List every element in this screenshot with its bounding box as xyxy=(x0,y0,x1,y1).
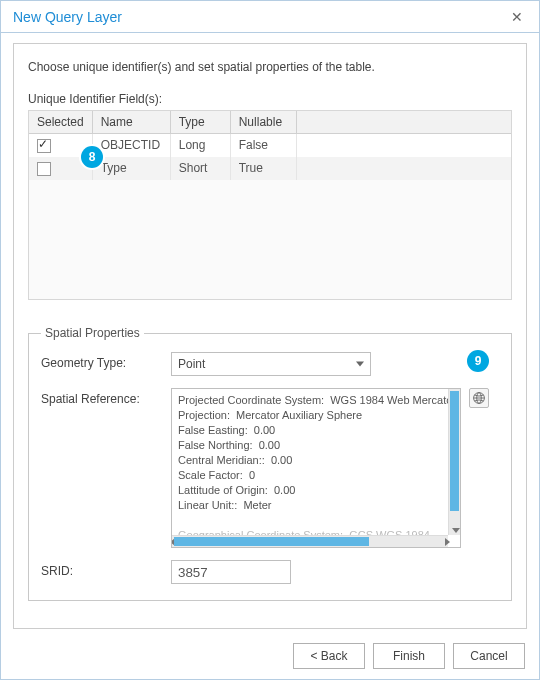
col-nullable[interactable]: Nullable xyxy=(230,111,296,134)
cell-nullable: False xyxy=(230,134,296,157)
callout-8: 8 xyxy=(81,146,103,168)
spatial-reference-text: Projected Coordinate System: WGS 1984 We… xyxy=(178,393,446,533)
cell-name: Type xyxy=(92,157,170,180)
col-name[interactable]: Name xyxy=(92,111,170,134)
back-button[interactable]: < Back xyxy=(293,643,365,669)
uid-table-header: Selected Name Type Nullable xyxy=(29,111,511,134)
titlebar: New Query Layer ✕ xyxy=(1,1,539,33)
srid-input[interactable] xyxy=(171,560,291,584)
vertical-scrollbar[interactable] xyxy=(448,389,460,535)
geometry-type-label: Geometry Type: xyxy=(41,352,171,370)
globe-icon xyxy=(472,391,486,405)
col-spacer xyxy=(296,111,511,134)
browse-spatial-reference-button[interactable] xyxy=(469,388,489,408)
scroll-down-icon xyxy=(452,528,460,533)
scroll-right-icon xyxy=(445,538,450,546)
spatial-properties-group: Spatial Properties Geometry Type: Point … xyxy=(28,326,512,601)
chevron-down-icon xyxy=(356,362,364,367)
close-icon[interactable]: ✕ xyxy=(505,7,529,27)
finish-button[interactable]: Finish xyxy=(373,643,445,669)
callout-9: 9 xyxy=(467,350,489,372)
cell-name: OBJECTID xyxy=(92,134,170,157)
col-type[interactable]: Type xyxy=(170,111,230,134)
dialog-footer: < Back Finish Cancel xyxy=(293,643,525,669)
horizontal-scrollbar[interactable] xyxy=(172,535,448,547)
col-selected[interactable]: Selected xyxy=(29,111,92,134)
uid-table: Selected Name Type Nullable OBJECTID Lon… xyxy=(28,110,512,300)
spatial-ref-label: Spatial Reference: xyxy=(41,388,171,406)
spatial-legend: Spatial Properties xyxy=(41,326,144,340)
window-title: New Query Layer xyxy=(13,9,122,25)
cell-type: Long xyxy=(170,134,230,157)
cell-nullable: True xyxy=(230,157,296,180)
spatial-reference-box[interactable]: Projected Coordinate System: WGS 1984 We… xyxy=(171,388,461,548)
horizontal-scrollbar-thumb[interactable] xyxy=(174,537,369,546)
instruction-text: Choose unique identifier(s) and set spat… xyxy=(28,60,512,74)
uid-section-label: Unique Identifier Field(s): xyxy=(28,92,512,106)
srid-label: SRID: xyxy=(41,560,171,578)
cancel-button[interactable]: Cancel xyxy=(453,643,525,669)
checkbox-row-0[interactable] xyxy=(37,139,51,153)
dialog-content: Choose unique identifier(s) and set spat… xyxy=(13,43,527,629)
vertical-scrollbar-thumb[interactable] xyxy=(450,391,459,511)
geometry-type-value: Point xyxy=(178,357,205,371)
geometry-type-select[interactable]: Point xyxy=(171,352,371,376)
cell-type: Short xyxy=(170,157,230,180)
checkbox-row-1[interactable] xyxy=(37,162,51,176)
